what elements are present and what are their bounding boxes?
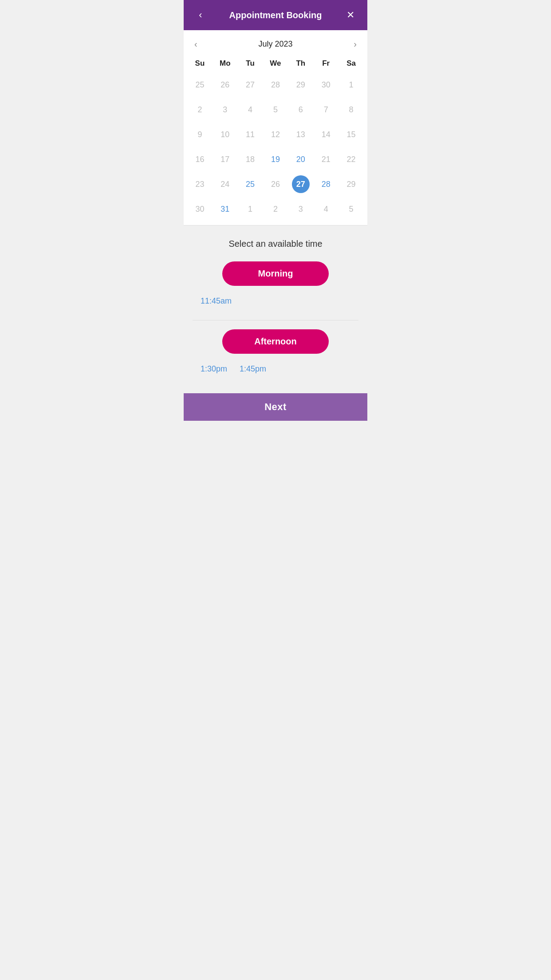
calendar-day-5-0: 30 [187,197,213,221]
weekday-fr: Fr [313,56,338,72]
time-slot-130pm[interactable]: 1:30pm [197,363,231,375]
calendar-body: 2526272829301234567891011121314151617181… [187,72,364,221]
calendar-day-1-0: 2 [187,97,213,122]
calendar-week-2: 9101112131415 [187,122,364,147]
calendar-day-2-6: 15 [338,122,364,147]
weekday-su: Su [187,56,213,72]
close-button[interactable]: ✕ [342,7,358,23]
afternoon-slots-row: 1:30pm 1:45pm [193,363,358,375]
calendar-day-3-1: 17 [213,147,238,172]
calendar-day-3-4[interactable]: 20 [288,147,313,172]
weekday-we: We [263,56,288,72]
calendar-day-4-5[interactable]: 28 [313,172,338,197]
calendar-day-1-3: 5 [263,97,288,122]
calendar-day-2-1: 10 [213,122,238,147]
calendar-day-4-0: 23 [187,172,213,197]
header: ‹ Appointment Booking ✕ [184,0,367,30]
prev-month-button[interactable]: ‹ [191,37,201,51]
calendar-day-4-2[interactable]: 25 [238,172,263,197]
calendar-day-0-2: 27 [238,72,263,97]
header-title: Appointment Booking [209,10,342,20]
calendar-day-5-1[interactable]: 31 [213,197,238,221]
calendar-day-4-1: 24 [213,172,238,197]
next-month-button[interactable]: › [350,37,360,51]
calendar-week-1: 2345678 [187,97,364,122]
calendar-day-3-0: 16 [187,147,213,172]
time-slot-145pm[interactable]: 1:45pm [236,363,270,375]
calendar-day-5-6: 5 [338,197,364,221]
calendar-day-1-2: 4 [238,97,263,122]
calendar-day-0-6: 1 [338,72,364,97]
calendar-day-3-6: 22 [338,147,364,172]
phone-container: ‹ Appointment Booking ✕ ‹ July 2023 › Su… [184,0,367,421]
time-section: Select an available time Morning 11:45am… [184,225,367,393]
calendar-day-4-6: 29 [338,172,364,197]
calendar-week-3: 16171819202122 [187,147,364,172]
calendar-day-3-3[interactable]: 19 [263,147,288,172]
calendar-day-0-5: 30 [313,72,338,97]
calendar-day-5-3: 2 [263,197,288,221]
calendar-week-5: 303112345 [187,197,364,221]
calendar-day-1-6: 8 [338,97,364,122]
weekday-sa: Sa [338,56,364,72]
back-button[interactable]: ‹ [193,7,209,23]
time-slot-1145am[interactable]: 11:45am [197,295,235,308]
calendar-day-5-2: 1 [238,197,263,221]
calendar-day-1-1: 3 [213,97,238,122]
weekday-tu: Tu [238,56,263,72]
morning-button[interactable]: Morning [222,261,329,286]
calendar-month-label: July 2023 [258,40,292,49]
calendar-day-2-0: 9 [187,122,213,147]
calendar-day-0-3: 28 [263,72,288,97]
calendar-section: ‹ July 2023 › Su Mo Tu We Th Fr Sa 25262… [184,30,367,225]
calendar-day-3-2: 18 [238,147,263,172]
calendar-day-2-2: 11 [238,122,263,147]
calendar-nav: ‹ July 2023 › [187,30,364,56]
morning-slots-row: 11:45am [193,295,358,308]
calendar-day-0-1: 26 [213,72,238,97]
calendar-day-2-4: 13 [288,122,313,147]
calendar-day-4-3: 26 [263,172,288,197]
calendar-day-4-4[interactable]: 27 [288,172,313,197]
calendar-week-0: 2526272829301 [187,72,364,97]
weekday-header-row: Su Mo Tu We Th Fr Sa [187,56,364,72]
calendar-week-4: 23242526272829 [187,172,364,197]
weekday-mo: Mo [213,56,238,72]
footer: Next [184,393,367,421]
calendar-day-0-0: 25 [187,72,213,97]
next-button[interactable]: Next [264,401,287,413]
afternoon-button[interactable]: Afternoon [222,329,329,354]
calendar-day-2-5: 14 [313,122,338,147]
calendar-day-5-5: 4 [313,197,338,221]
calendar-grid: Su Mo Tu We Th Fr Sa 2526272829301234567… [187,56,364,221]
select-time-label: Select an available time [228,239,322,249]
divider [193,320,358,320]
calendar-day-1-4: 6 [288,97,313,122]
calendar-day-1-5: 7 [313,97,338,122]
calendar-day-0-4: 29 [288,72,313,97]
calendar-day-2-3: 12 [263,122,288,147]
calendar-day-3-5: 21 [313,147,338,172]
weekday-th: Th [288,56,313,72]
calendar-day-5-4: 3 [288,197,313,221]
